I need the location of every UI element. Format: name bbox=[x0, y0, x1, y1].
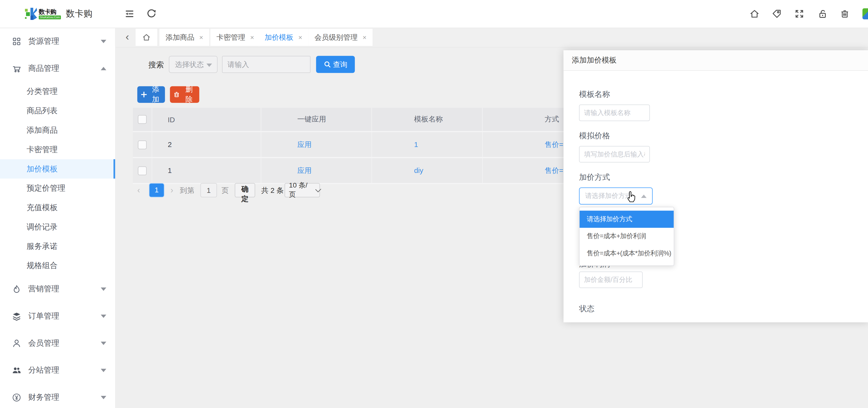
sidebar-item-spec-combo[interactable]: 规格组合 bbox=[0, 256, 115, 275]
sidebar-item-finance[interactable]: 财务管理 bbox=[0, 384, 115, 408]
apply-link[interactable]: 应用 bbox=[297, 140, 312, 150]
markup-method-label: 加价方式 bbox=[579, 172, 610, 182]
row-checkbox[interactable] bbox=[138, 140, 147, 149]
pagination: ‹ 1 › 到第 页 确定 共 2 条 10 条/页 bbox=[115, 182, 558, 198]
brand-name: 数卡购 bbox=[39, 8, 61, 15]
home-tab-icon bbox=[142, 33, 151, 41]
cart-icon bbox=[12, 64, 21, 72]
page-size-select[interactable]: 10 条/页 bbox=[285, 183, 320, 197]
goto-suffix-label: 页 bbox=[221, 186, 229, 196]
template-name-label: 模板名称 bbox=[579, 90, 610, 99]
tab-bar: ‹ 添加商品 × 卡密管理 × 加价模板 × 会员级别管理 × bbox=[115, 28, 868, 47]
status-select[interactable]: 选择状态 bbox=[169, 56, 218, 73]
tab-markup-template[interactable]: 加价模板 × bbox=[258, 29, 308, 46]
sidebar-item-service-promise[interactable]: 服务承诺 bbox=[0, 237, 115, 256]
sidebar-item-goods-list[interactable]: 商品列表 bbox=[0, 101, 115, 121]
chevron-down-icon bbox=[101, 369, 106, 372]
trash-icon[interactable] bbox=[840, 9, 850, 19]
sidebar-item-orders[interactable]: 订单管理 bbox=[0, 303, 115, 330]
add-button[interactable]: 添加 bbox=[137, 87, 165, 103]
tab-home[interactable] bbox=[135, 29, 157, 46]
confirm-page-button[interactable]: 确定 bbox=[235, 183, 255, 197]
chevron-down-icon bbox=[101, 396, 106, 399]
close-icon[interactable]: × bbox=[299, 33, 302, 41]
sidebar-nav: 货源管理 商品管理 分类管理 商品列表 添加商品 卡密管理 加价模板 预定价管理… bbox=[0, 28, 116, 408]
sidebar-item-supply[interactable]: 货源管理 bbox=[0, 28, 115, 55]
chevron-up-icon bbox=[641, 195, 647, 198]
chevron-down-icon bbox=[207, 64, 212, 67]
sidebar-item-add-goods[interactable]: 添加商品 bbox=[0, 121, 115, 140]
row-checkbox[interactable] bbox=[138, 166, 147, 175]
goto-page-input[interactable] bbox=[200, 183, 217, 197]
method-link[interactable]: 售价= bbox=[545, 140, 563, 150]
menu-collapse-icon[interactable] bbox=[125, 9, 134, 19]
sidebar-item-marketing[interactable]: 营销管理 bbox=[0, 275, 115, 303]
brand-logo-icon bbox=[25, 7, 37, 21]
refresh-icon[interactable] bbox=[146, 8, 156, 18]
sidebar-item-label: 商品管理 bbox=[28, 63, 59, 73]
sidebar-item-substations[interactable]: 分站管理 bbox=[0, 356, 115, 384]
close-icon[interactable]: × bbox=[363, 33, 367, 41]
query-button[interactable]: 查询 bbox=[316, 56, 355, 73]
tabs-back-button[interactable]: ‹ bbox=[121, 30, 133, 45]
sidebar-item-label: 会员管理 bbox=[28, 338, 59, 348]
dropdown-option[interactable]: 请选择加价方式 bbox=[580, 210, 674, 228]
sidebar-item-goods[interactable]: 商品管理 bbox=[0, 55, 115, 82]
trash-icon bbox=[173, 91, 180, 98]
chevron-down-icon bbox=[315, 186, 321, 193]
markup-profit-input[interactable] bbox=[579, 271, 643, 288]
markup-method-select[interactable]: 请选择加价方式 bbox=[579, 188, 653, 205]
search-input[interactable] bbox=[222, 56, 311, 73]
top-header: 数卡购 ShuKaGou.Com 数卡购 bbox=[0, 0, 868, 28]
unlock-icon[interactable] bbox=[818, 9, 828, 19]
sidebar-item-label: 财务管理 bbox=[28, 392, 59, 402]
markup-method-dropdown: 请选择加价方式 售价=成本+加价利润 售价=成本+(成本*加价利润%) bbox=[579, 207, 674, 266]
apply-link[interactable]: 应用 bbox=[297, 166, 312, 176]
template-name-input[interactable] bbox=[579, 105, 650, 121]
status-label: 状态 bbox=[579, 304, 594, 314]
current-page-button[interactable]: 1 bbox=[149, 183, 164, 197]
prev-page-button[interactable]: ‹ bbox=[137, 182, 140, 198]
sidebar-item-recharge-template[interactable]: 充值模板 bbox=[0, 198, 115, 217]
sidebar-item-markup-template[interactable]: 加价模板 bbox=[0, 159, 115, 178]
fire-icon bbox=[12, 284, 21, 293]
sidebar-item-card-key[interactable]: 卡密管理 bbox=[0, 140, 115, 159]
template-name-link[interactable]: diy bbox=[414, 166, 423, 175]
chevron-down-icon bbox=[101, 287, 106, 291]
simulate-price-input[interactable] bbox=[579, 146, 650, 163]
next-page-button[interactable]: › bbox=[170, 182, 173, 198]
dropdown-option[interactable]: 售价=成本+加价利润 bbox=[580, 228, 674, 245]
template-name-link[interactable]: 1 bbox=[414, 140, 418, 149]
sidebar-item-members[interactable]: 会员管理 bbox=[0, 330, 115, 356]
sidebar-item-price-adjust-log[interactable]: 调价记录 bbox=[0, 217, 115, 237]
tab-member-level[interactable]: 会员级别管理 × bbox=[308, 29, 373, 46]
home-icon[interactable] bbox=[749, 9, 760, 19]
delete-button[interactable]: 删除 bbox=[170, 87, 199, 103]
dropdown-option[interactable]: 售价=成本+(成本*加价利润%) bbox=[580, 245, 674, 262]
avatar[interactable] bbox=[862, 8, 868, 20]
tag-icon[interactable] bbox=[772, 9, 781, 19]
sidebar-item-category[interactable]: 分类管理 bbox=[0, 82, 115, 101]
user-icon bbox=[12, 339, 21, 347]
tab-card-key[interactable]: 卡密管理 × bbox=[210, 29, 260, 46]
app-title: 数卡购 bbox=[66, 8, 92, 20]
sidebar-item-preset-price[interactable]: 预定价管理 bbox=[0, 178, 115, 198]
chevron-down-icon bbox=[101, 341, 106, 345]
col-header-apply: 一键应用 bbox=[261, 108, 372, 131]
total-count-label: 共 2 条 bbox=[261, 186, 284, 196]
brand-logo[interactable]: 数卡购 ShuKaGou.Com 数卡购 bbox=[0, 0, 115, 28]
simulate-price-label: 模拟价格 bbox=[579, 131, 610, 141]
chevron-down-icon bbox=[101, 39, 106, 43]
col-header-name: 模板名称 bbox=[372, 108, 483, 131]
chevron-up-icon bbox=[101, 67, 106, 70]
select-all-checkbox[interactable] bbox=[138, 115, 147, 124]
close-icon[interactable]: × bbox=[250, 33, 254, 41]
method-link[interactable]: 售价= bbox=[545, 166, 563, 176]
close-icon[interactable]: × bbox=[199, 33, 203, 41]
drawer-title: 添加加价模板 bbox=[563, 50, 868, 71]
search-icon bbox=[323, 61, 331, 68]
tab-add-goods[interactable]: 添加商品 × bbox=[159, 29, 209, 46]
search-label: 搜索 bbox=[148, 60, 164, 70]
fullscreen-icon[interactable] bbox=[795, 9, 804, 19]
col-header-id: ID bbox=[152, 108, 261, 131]
